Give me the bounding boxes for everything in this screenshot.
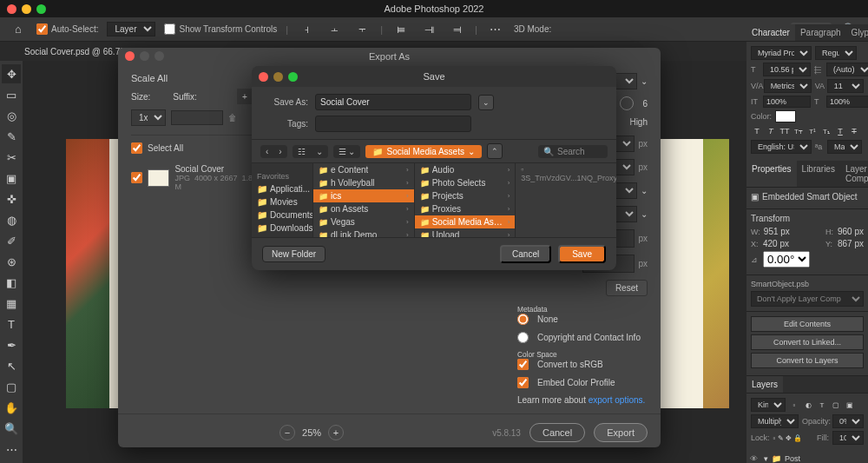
opacity-input[interactable]: 0% (832, 414, 864, 428)
close-dialog-button[interactable] (125, 51, 135, 61)
lock-icons[interactable]: ▫ ✎ ✥ 🔒 (773, 434, 803, 442)
tab-paragraph[interactable]: Paragraph (795, 24, 846, 41)
height-value[interactable]: 960 px (838, 227, 864, 236)
folder-item[interactable]: 📁Upload› (415, 228, 516, 237)
superscript-button[interactable]: T¹ (806, 125, 819, 137)
asset-checkbox[interactable] (131, 172, 142, 183)
zoom-out-button[interactable]: − (279, 425, 295, 440)
leading-input[interactable]: (Auto) (826, 63, 868, 76)
edit-contents-button[interactable]: Edit Contents (751, 316, 864, 332)
layer-row[interactable]: 👁▾📁Post (746, 452, 868, 463)
add-size-button[interactable]: + (237, 89, 253, 104)
quality-slider-handle[interactable] (620, 96, 634, 110)
quality-number[interactable]: 6 (642, 99, 648, 109)
view-columns-button[interactable]: ☷ (293, 145, 311, 158)
tags-input[interactable] (315, 116, 471, 132)
delete-size-icon[interactable]: 🗑 (228, 113, 237, 122)
view-menu-button[interactable]: ⌄ (311, 145, 328, 158)
close-window-button[interactable] (7, 4, 16, 14)
folder-item[interactable]: 📁Proxies› (415, 202, 516, 215)
align-center-h-icon[interactable]: ⫠ (325, 20, 344, 39)
font-style-select[interactable]: Regular (815, 46, 857, 60)
layer-filter-kind[interactable]: Kind (751, 398, 786, 412)
more-options-icon[interactable]: ⋯ (486, 20, 505, 39)
visibility-icon[interactable]: 👁 (750, 454, 760, 463)
file-item[interactable]: ▫ 3S_TmVzdGV...1NQ_Proxy.jpg (516, 163, 616, 184)
filter-type-icon[interactable]: T (817, 400, 827, 410)
rectangle-tool[interactable]: ▢ (2, 377, 21, 396)
pen-tool[interactable]: ✒ (2, 335, 21, 354)
back-button[interactable]: ‹ (260, 145, 273, 158)
marquee-tool[interactable]: ▭ (2, 85, 21, 104)
forward-button[interactable]: › (273, 145, 286, 158)
y-value[interactable]: 867 px (838, 239, 864, 248)
folder-item[interactable]: 📁Vegas› (313, 215, 414, 228)
folder-item[interactable]: 📁Audio› (415, 163, 516, 176)
reset-button[interactable]: Reset (606, 280, 648, 296)
underline-button[interactable]: T (834, 125, 846, 137)
tab-libraries[interactable]: Libraries (797, 161, 840, 187)
collapse-dialog-button[interactable]: ⌄ (478, 95, 494, 110)
folder-item[interactable]: 📁on Assets› (313, 202, 414, 215)
smallcaps-button[interactable]: Tᴛ (792, 125, 805, 137)
auto-select-target[interactable]: Layer (107, 22, 155, 36)
filter-adjust-icon[interactable]: ◐ (803, 400, 813, 410)
width-value[interactable]: 951 px (764, 227, 790, 236)
hscale-input[interactable] (826, 96, 868, 108)
sidebar-item[interactable]: 📁Applicati... (252, 182, 312, 195)
eyedropper-tool[interactable]: ✜ (2, 189, 21, 208)
location-breadcrumb[interactable]: 📁Social Media Assets⌄ (365, 145, 482, 158)
bold-button[interactable]: T (751, 125, 763, 137)
kerning-select[interactable]: Metrics (764, 79, 812, 93)
export-button[interactable]: Export (594, 423, 648, 442)
x-value[interactable]: 420 px (763, 239, 789, 248)
export-options-link[interactable]: export options. (589, 395, 646, 405)
allcaps-button[interactable]: TT (779, 125, 791, 137)
eraser-tool[interactable]: ◧ (2, 273, 21, 292)
filter-smart-icon[interactable]: ▣ (845, 400, 855, 410)
suffix-input[interactable] (171, 110, 223, 125)
convert-srgb-checkbox[interactable] (517, 359, 529, 370)
metadata-none-radio[interactable] (517, 314, 529, 325)
sidebar-item[interactable]: 📁Movies (252, 195, 312, 208)
tab-layers[interactable]: Layers (746, 376, 783, 393)
sidebar-item[interactable]: 📁Documents (252, 208, 312, 222)
zoom-tool[interactable]: 🔍 (2, 419, 21, 438)
brush-tool[interactable]: ✐ (2, 231, 21, 250)
italic-button[interactable]: T (765, 125, 777, 137)
type-tool[interactable]: T (2, 314, 21, 334)
group-by-button[interactable]: ☰ ⌄ (333, 145, 361, 158)
hand-tool[interactable]: ✋ (2, 398, 21, 417)
convert-linked-button[interactable]: Convert to Linked... (751, 334, 864, 350)
folder-item[interactable]: 📁ics› (313, 189, 414, 202)
more-tools-icon[interactable]: ⋯ (2, 440, 21, 459)
path-history-button[interactable]: ⌃ (487, 143, 503, 159)
folder-item[interactable]: 📁h Volleyball› (313, 176, 414, 189)
close-save-dialog-button[interactable] (259, 72, 268, 82)
scale-size-select[interactable]: 1x (131, 109, 166, 126)
tab-properties[interactable]: Properties (746, 161, 797, 187)
metadata-copyright-radio[interactable] (517, 332, 529, 343)
layer-comp-select[interactable]: Don't Apply Layer Comp (751, 291, 864, 307)
healing-brush-tool[interactable]: ◍ (2, 210, 21, 229)
font-family-select[interactable]: Myriad Pro (751, 46, 812, 60)
path-select-tool[interactable]: ↖ (2, 356, 21, 375)
blend-mode-select[interactable]: Multiply (751, 414, 799, 428)
minimize-window-button[interactable] (22, 4, 31, 14)
folder-item[interactable]: 📁Social Media Assets› (415, 215, 516, 228)
angle-input[interactable]: 0.00° (763, 251, 810, 268)
text-color-swatch[interactable] (775, 110, 796, 122)
search-field[interactable]: 🔍Search (538, 145, 608, 158)
crop-tool[interactable]: ✂ (2, 148, 21, 167)
fill-input[interactable]: 100% (832, 431, 864, 445)
cancel-button[interactable]: Cancel (529, 423, 585, 442)
frame-tool[interactable]: ▣ (2, 169, 21, 188)
sidebar-item[interactable]: 📁Downloads (252, 222, 312, 235)
tracking-input[interactable]: 11 (827, 79, 864, 93)
align-right-icon[interactable]: ⫟ (352, 20, 372, 39)
zoom-window-button[interactable] (36, 4, 46, 14)
convert-layers-button[interactable]: Convert to Layers (751, 353, 864, 368)
auto-select-checkbox[interactable] (36, 23, 48, 35)
font-size-input[interactable]: 10.56 pt (763, 63, 811, 76)
home-icon[interactable]: ⌂ (9, 20, 28, 39)
